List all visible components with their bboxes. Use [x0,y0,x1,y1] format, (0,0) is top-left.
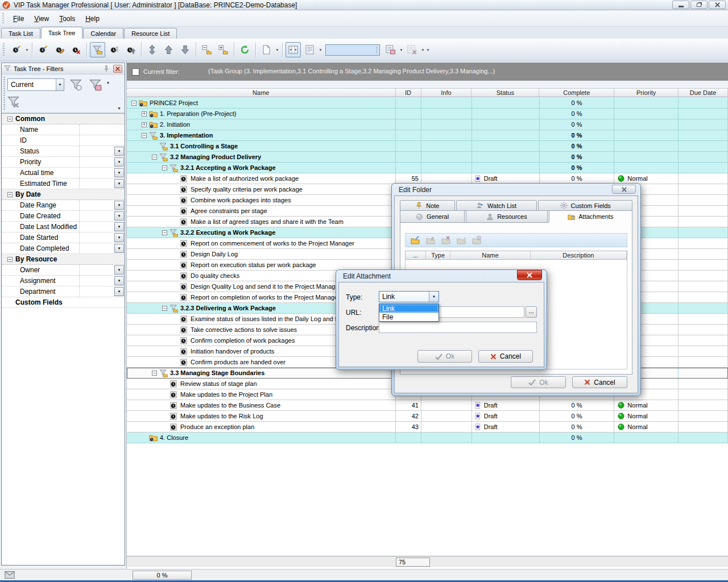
filter-group-by-date[interactable]: −By Date [2,189,125,200]
grid-view-button[interactable] [302,42,317,57]
close-filters-button[interactable] [113,65,122,73]
filter-field-priority[interactable]: Priority▼ [2,157,125,168]
filters-toolbar-overflow-icon[interactable]: ▼ [117,106,121,110]
edit-folder-ok-button[interactable]: Ok [511,376,566,388]
delete-view-button[interactable] [404,42,420,57]
clear-filter-button[interactable] [5,94,22,110]
att-edit-button[interactable] [424,235,437,246]
chevron-down-icon[interactable]: ▼ [114,244,124,253]
collapse-icon[interactable]: − [7,117,13,122]
edit-attachment-cancel-button[interactable]: Cancel [478,350,533,363]
new-task-button-dropdown-icon[interactable]: ▼ [24,42,30,57]
pin-icon[interactable] [102,65,111,73]
filter-field-id[interactable]: ID [2,135,125,146]
chevron-down-icon[interactable]: ▼ [114,265,124,275]
filter-group-by-resource[interactable]: −By Resource [2,254,125,265]
edit-folder-titlebar[interactable]: Edit Folder [394,184,638,196]
column-header-info[interactable]: Info [421,89,472,97]
att-open-button[interactable] [455,235,468,246]
filter-field-name[interactable]: Name [2,124,125,135]
task-row[interactable]: Make updates to the Risk Log42Draft0 %No… [127,411,728,422]
att-del-button[interactable] [440,235,452,246]
filter-checkbox[interactable] [132,68,139,76]
att-save-button[interactable] [470,235,483,246]
chevron-down-icon[interactable]: ▼ [114,233,124,242]
column-header-priority[interactable]: Priority [614,89,679,97]
folder-tab-resources[interactable]: Resources [466,210,547,223]
filter-field-assignment[interactable]: Assignment▼ [2,276,125,286]
filter-field-status[interactable]: Status▼ [2,146,125,157]
filter-field-value[interactable] [79,135,125,146]
expander-minus-icon[interactable]: − [162,165,167,171]
chevron-down-icon[interactable]: ▼ [114,147,124,156]
edit-folder-cancel-button[interactable]: Cancel [572,376,627,388]
filter-field-value[interactable] [79,124,125,135]
collapse-icon[interactable]: − [7,192,13,197]
menu-item-tools[interactable]: Tools [54,13,80,24]
group-row[interactable]: −3.2.1 Accepting a Work Package0 % [127,163,728,173]
save-filter-button[interactable] [87,77,104,93]
expander-plus-icon[interactable]: + [142,122,147,127]
save-view-button-dropdown-icon[interactable]: ▼ [399,42,404,57]
browse-button[interactable]: ... [526,306,537,318]
minimize-button[interactable] [672,1,689,9]
chevron-down-icon[interactable]: ▼ [429,292,439,302]
attachment-column-name[interactable]: Name [450,251,531,259]
toolbar-overflow[interactable]: ▼ [425,42,431,57]
sort-button[interactable] [144,42,160,57]
menu-item-view[interactable]: View [29,13,54,24]
filter-tasks-button[interactable] [90,42,105,57]
filter-field-date-range[interactable]: Date Range▼ [2,200,125,211]
move-down-button[interactable] [177,42,193,57]
attachment-column-description[interactable]: Description [531,251,627,259]
chevron-down-icon[interactable]: ▼ [114,201,124,210]
filter-field-department[interactable]: Department▼ [2,286,125,297]
filter-field-date-started[interactable]: Date Started▼ [2,232,125,243]
folder-tab-attachments[interactable]: Attachments [549,210,632,223]
tab-calendar[interactable]: Calendar [83,28,123,39]
edit-folder-close-button[interactable] [612,185,636,194]
menu-item-help[interactable]: Help [80,13,105,24]
folder-tab-note[interactable]: Note [400,200,455,211]
expander-minus-icon[interactable]: − [162,230,167,235]
add-task-button[interactable] [35,42,51,57]
export-button-dropdown-icon[interactable]: ▼ [275,42,280,57]
filter-group-custom-fields[interactable]: Custom Fields [2,297,125,308]
save-view-button[interactable] [383,42,398,57]
group-row[interactable]: 3.1 Controlling a Stage0 % [127,141,728,152]
task-row[interactable]: Make updates to the Business Case41Draft… [127,400,728,411]
attachment-column-type[interactable]: Type [426,251,450,259]
new-task-button[interactable] [9,42,24,57]
refresh-button[interactable] [237,42,253,57]
description-input[interactable] [379,322,537,333]
task-notes-button[interactable] [106,42,122,57]
tab-task-tree[interactable]: Task Tree [41,27,83,39]
group-row[interactable]: −3. Implementation0 % [127,130,728,141]
chevron-down-icon[interactable]: ▼ [114,168,124,177]
move-task-button[interactable] [123,42,138,57]
tab-resource-list[interactable]: Resource List [124,28,177,39]
expander-minus-icon[interactable]: − [162,306,167,311]
filter-group-common[interactable]: −Common [2,114,125,124]
task-row[interactable]: Produce an exception plan43Draft0 %Norma… [127,422,728,433]
column-header-id[interactable]: ID [396,89,421,97]
type-option-file[interactable]: File [379,313,439,321]
chevron-down-icon[interactable]: ▼ [114,179,124,188]
filter-field-estimated-time[interactable]: Estimated Time▼ [2,178,125,189]
menu-item-file[interactable]: File [8,13,29,24]
collapse-all-button[interactable] [199,42,214,57]
group-row[interactable]: +2. Initiation0 % [127,119,728,130]
group-row[interactable]: −3.2 Managing Product Delivery0 % [127,152,728,163]
filter-field-owner[interactable]: Owner▼ [2,265,125,276]
chevron-down-icon[interactable]: ▼ [114,222,124,231]
chevron-down-icon[interactable]: ▼ [114,276,124,285]
expand-all-button[interactable] [216,42,231,57]
column-header-due-date[interactable]: Due Date [679,89,728,97]
expander-minus-icon[interactable]: − [152,155,157,160]
group-row[interactable]: −PRINCE2 Project0 % [127,98,728,109]
export-button[interactable] [259,42,274,57]
chevron-down-icon[interactable]: ▼ [56,79,64,90]
expander-minus-icon[interactable]: − [152,371,157,376]
restore-button[interactable] [690,1,708,9]
filter-field-date-last-modified[interactable]: Date Last Modified▼ [2,222,125,232]
